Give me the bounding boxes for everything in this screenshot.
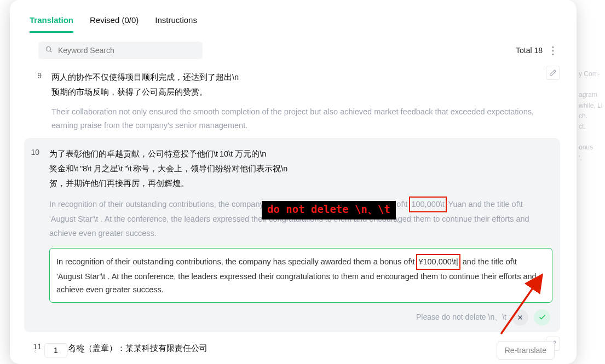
svg-point-0 [46,47,50,51]
accept-button[interactable] [534,309,550,326]
tabs: Translation Revised (0/0) Instructions [10,0,577,33]
total-count: Total 18 ⋮ [516,44,558,56]
bg-cutoff-text: y Com- agram while, Li ch. ct. onus '. [579,57,605,342]
page-sep: / [73,346,75,355]
row-number: 10 [24,147,39,325]
highlight-edited: ¥100,000\t| [416,254,460,270]
source-text: 两人的协作不仅使得项目顺利完成，还达到了超出\n 预期的市场反响，获得了公司高层… [51,70,560,100]
search-box[interactable] [38,42,203,59]
cancel-button[interactable] [512,309,528,326]
tab-instructions[interactable]: Instructions [155,15,197,33]
delete-hint: Please do not delete \n、\t [416,313,506,322]
translation-row: 9 两人的协作不仅使得项目顺利完成，还达到了超出\n 预期的市场反响，获得了公司… [26,65,560,138]
source-text: 为了表彰他们的卓越贡献，公司特意授予他们\t 10\t 万元的\n 奖金和\t … [49,147,552,190]
page-total: 1 [80,346,85,355]
svg-line-1 [50,51,52,53]
translation-row-active: 10 为了表彰他们的卓越贡献，公司特意授予他们\t 10\t 万元的\n 奖金和… [24,138,560,332]
next-page-button[interactable]: › [90,346,97,355]
translation-panel: Translation Revised (0/0) Instructions T… [10,0,577,364]
translation-text: Unit Name (Seal): Some Technology Co., L… [51,361,560,364]
search-icon [45,45,53,55]
edit-button[interactable] [546,66,560,80]
tab-translation[interactable]: Translation [30,15,73,33]
retranslate-button[interactable]: Re-translate [497,341,555,360]
prev-page-button[interactable]: ‹ [32,346,39,355]
row-number: 9 [26,70,42,132]
tab-revised[interactable]: Revised (0/0) [90,15,139,33]
highlight-original: 100,000\t [409,197,446,212]
more-menu-icon[interactable]: ⋮ [548,44,558,56]
annotation-badge: do not delete \n、\t [262,201,396,219]
pager: ‹ / 1 › [32,343,97,357]
translation-text: Their collaboration not only ensured the… [51,105,560,133]
search-input[interactable] [57,45,196,55]
edit-translation-textarea[interactable]: In recognition of their outstanding cont… [49,248,552,303]
page-input[interactable] [44,343,67,357]
